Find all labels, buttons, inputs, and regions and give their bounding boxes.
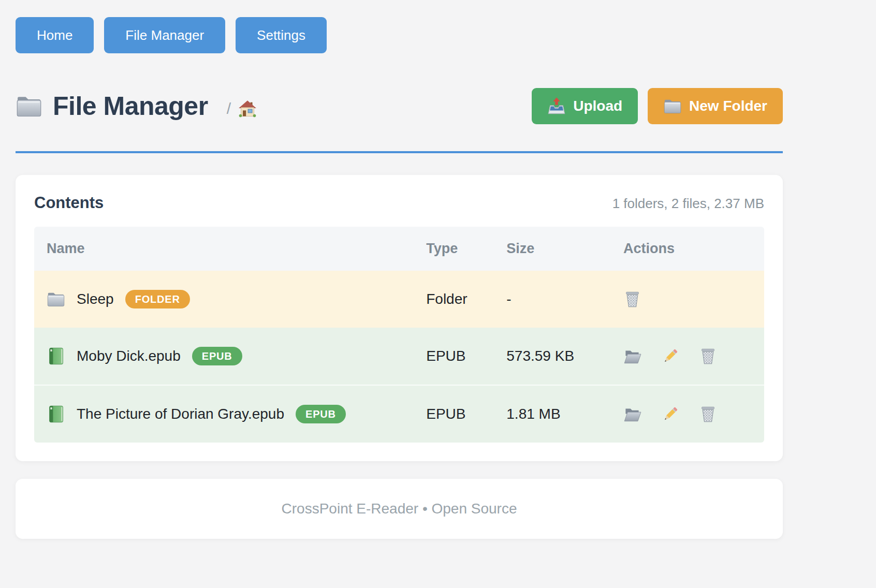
file-type: EPUB: [414, 385, 494, 443]
breadcrumb-separator: /: [227, 95, 231, 117]
column-header-name: Name: [34, 227, 414, 271]
table-row-dorian-gray[interactable]: The Picture of Dorian Gray.epub EPUB EPU…: [34, 385, 764, 443]
book-icon: [47, 347, 65, 365]
epub-badge: EPUB: [192, 347, 242, 365]
upload-tray-icon: [547, 97, 566, 115]
footer-text: CrossPoint E-Reader • Open Source: [282, 501, 517, 517]
open-folder-icon[interactable]: [623, 405, 641, 423]
folder-icon: [663, 97, 682, 115]
column-header-size: Size: [494, 227, 611, 271]
table-row-moby-dick[interactable]: Moby Dick.epub EPUB EPUB 573.59 KB: [34, 328, 764, 385]
title-group: File Manager /: [16, 91, 257, 121]
file-type: EPUB: [414, 328, 494, 385]
page-title: File Manager: [53, 91, 208, 121]
page-header: File Manager / Upload New Folder: [16, 88, 783, 124]
row-actions: [623, 290, 752, 308]
open-folder-icon[interactable]: [623, 347, 641, 365]
accent-divider: [16, 151, 783, 153]
row-actions: [623, 347, 752, 365]
nav-button-file-manager[interactable]: File Manager: [104, 17, 225, 53]
contents-summary: 1 folders, 2 files, 2.37 MB: [612, 196, 764, 212]
contents-card-header: Contents 1 folders, 2 files, 2.37 MB: [34, 194, 764, 212]
nav-button-settings[interactable]: Settings: [236, 17, 327, 53]
epub-badge: EPUB: [296, 405, 346, 423]
file-size: -: [494, 271, 611, 328]
trash-icon[interactable]: [623, 290, 641, 308]
upload-button-label: Upload: [573, 98, 622, 114]
folder-icon: [47, 290, 65, 308]
file-name[interactable]: The Picture of Dorian Gray.epub: [77, 406, 284, 422]
file-size: 1.81 MB: [494, 385, 611, 443]
footer-card: CrossPoint E-Reader • Open Source: [16, 479, 783, 539]
table-row-folder-sleep[interactable]: Sleep FOLDER Folder -: [34, 271, 764, 328]
row-actions: [623, 405, 752, 423]
contents-title: Contents: [34, 194, 104, 212]
new-folder-button[interactable]: New Folder: [648, 88, 783, 124]
folder-icon: [16, 93, 42, 120]
pencil-icon[interactable]: [661, 405, 679, 423]
upload-button[interactable]: Upload: [532, 88, 638, 124]
page-container: Home File Manager Settings File Manager …: [16, 0, 783, 539]
file-name[interactable]: Sleep: [77, 291, 114, 307]
house-icon[interactable]: [238, 99, 257, 118]
column-header-actions: Actions: [611, 227, 764, 271]
contents-card: Contents 1 folders, 2 files, 2.37 MB Nam…: [16, 175, 783, 461]
file-size: 573.59 KB: [494, 328, 611, 385]
top-nav: Home File Manager Settings: [16, 0, 783, 53]
trash-icon[interactable]: [699, 405, 717, 423]
trash-icon[interactable]: [699, 347, 717, 365]
file-type: Folder: [414, 271, 494, 328]
file-table: Name Type Size Actions Sleep FOLDER: [34, 227, 764, 443]
new-folder-button-label: New Folder: [689, 98, 767, 114]
table-header-row: Name Type Size Actions: [34, 227, 764, 271]
folder-badge: FOLDER: [125, 290, 190, 308]
header-actions: Upload New Folder: [532, 88, 783, 124]
nav-button-home[interactable]: Home: [16, 17, 94, 53]
file-name[interactable]: Moby Dick.epub: [77, 348, 181, 364]
pencil-icon[interactable]: [661, 347, 679, 365]
book-icon: [47, 405, 65, 423]
column-header-type: Type: [414, 227, 494, 271]
